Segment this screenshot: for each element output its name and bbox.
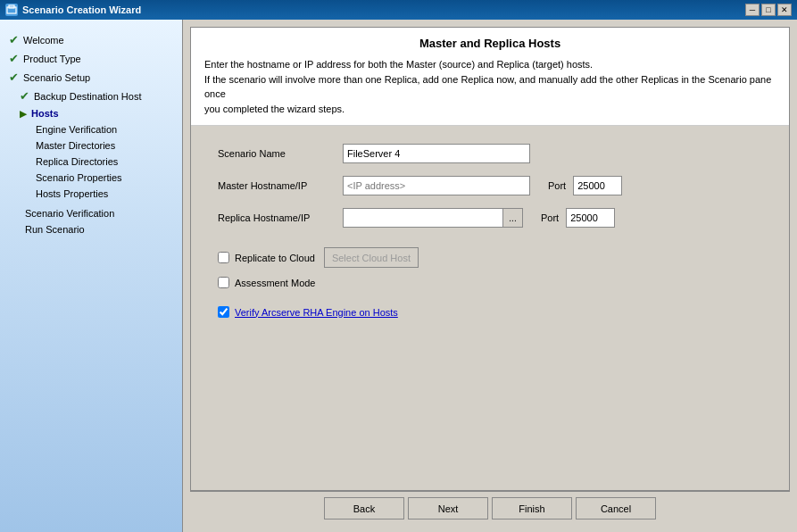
master-port-group: Port — [548, 176, 622, 195]
panel-description: Enter the hostname or IP address for bot… — [204, 57, 776, 116]
select-cloud-host-button[interactable]: Select Cloud Host — [324, 247, 419, 268]
sidebar-label-hosts: Hosts — [31, 108, 59, 119]
close-button[interactable]: ✕ — [777, 4, 792, 16]
sidebar-item-replica-directories[interactable]: Replica Directories — [0, 154, 182, 170]
panel-header: Master and Replica Hosts Enter the hostn… — [191, 28, 789, 126]
replicate-cloud-checkbox[interactable] — [218, 252, 229, 263]
window-icon — [5, 4, 18, 16]
scenario-name-input[interactable] — [343, 144, 530, 163]
sidebar-item-hosts[interactable]: ▶ Hosts — [0, 105, 182, 121]
master-host-row: Master Hostname/IP Port — [218, 176, 762, 195]
sidebar-label-scenario-properties: Scenario Properties — [36, 172, 122, 183]
desc-line2: If the scenario will involve more than o… — [204, 74, 771, 100]
assessment-mode-row: Assessment Mode — [218, 277, 762, 288]
master-host-label: Master Hostname/IP — [218, 180, 343, 191]
bottom-bar: Back Next Finish Cancel — [190, 491, 790, 525]
sidebar-label-product-type: Product Type — [23, 54, 81, 64]
desc-line1: Enter the hostname or IP address for bot… — [204, 59, 593, 70]
replicate-cloud-label: Replicate to Cloud — [235, 253, 315, 263]
sidebar-label-scenario-setup: Scenario Setup — [23, 72, 90, 83]
replica-port-label: Port — [541, 212, 559, 223]
panel-title: Master and Replica Hosts — [204, 37, 776, 50]
desc-line3: you completed the wizard steps. — [204, 104, 345, 114]
master-port-label: Port — [548, 180, 566, 191]
sidebar-item-welcome[interactable]: ✔ Welcome — [0, 30, 182, 49]
browse-button[interactable]: ... — [503, 208, 523, 228]
sidebar: ✔ Welcome ✔ Product Type ✔ Scenario Setu… — [0, 20, 183, 532]
verify-engine-row: Verify Arcserve RHA Engine on Hosts — [218, 306, 762, 318]
sidebar-item-scenario-setup[interactable]: ✔ Scenario Setup — [0, 68, 182, 87]
scenario-name-row: Scenario Name — [218, 144, 762, 163]
sidebar-label-welcome: Welcome — [23, 35, 64, 46]
verify-engine-label[interactable]: Verify Arcserve RHA Engine on Hosts — [235, 307, 398, 318]
replicate-cloud-row: Replicate to Cloud Select Cloud Host — [218, 247, 762, 268]
back-button[interactable]: Back — [324, 497, 404, 520]
check-icon-scenario-setup: ✔ — [9, 71, 19, 84]
sidebar-label-replica-directories: Replica Directories — [36, 156, 118, 167]
sidebar-section: ✔ Welcome ✔ Product Type ✔ Scenario Setu… — [0, 30, 182, 237]
sidebar-label-run-scenario: Run Scenario — [25, 224, 85, 235]
replica-host-input[interactable] — [343, 208, 503, 228]
assessment-mode-label: Assessment Mode — [235, 278, 315, 288]
sidebar-item-engine-verification[interactable]: Engine Verification — [0, 121, 182, 137]
window-title: Scenario Creation Wizard — [22, 4, 141, 15]
scenario-name-label: Scenario Name — [218, 148, 343, 159]
sidebar-label-hosts-properties: Hosts Properties — [36, 188, 108, 199]
minimize-button[interactable]: ─ — [745, 4, 760, 16]
sidebar-label-engine-verification: Engine Verification — [36, 124, 117, 135]
title-bar: Scenario Creation Wizard ─ □ ✕ — [0, 0, 797, 20]
replica-port-group: Port — [541, 208, 615, 228]
sidebar-label-backup-destination: Backup Destination Host — [34, 91, 141, 102]
sidebar-item-master-directories[interactable]: Master Directories — [0, 137, 182, 154]
finish-button[interactable]: Finish — [492, 497, 572, 520]
replica-port-input[interactable] — [566, 208, 615, 228]
content-area: Master and Replica Hosts Enter the hostn… — [183, 20, 797, 532]
window-body: ✔ Welcome ✔ Product Type ✔ Scenario Setu… — [0, 20, 797, 532]
sidebar-item-hosts-properties[interactable]: Hosts Properties — [0, 186, 182, 202]
assessment-mode-checkbox[interactable] — [218, 277, 229, 288]
window-controls: ─ □ ✕ — [745, 4, 792, 16]
main-panel: Master and Replica Hosts Enter the hostn… — [190, 27, 790, 491]
replica-host-row: Replica Hostname/IP ... Port — [218, 208, 762, 228]
sidebar-label-scenario-verification: Scenario Verification — [25, 208, 114, 219]
check-icon-product: ✔ — [9, 52, 19, 65]
check-icon-backup: ✔ — [20, 89, 29, 103]
replica-host-label: Replica Hostname/IP — [218, 212, 343, 223]
cancel-button[interactable]: Cancel — [576, 497, 656, 520]
sidebar-item-backup-destination[interactable]: ✔ Backup Destination Host — [0, 87, 182, 105]
restore-button[interactable]: □ — [761, 4, 776, 16]
master-port-input[interactable] — [573, 176, 622, 195]
check-icon: ✔ — [9, 33, 19, 46]
arrow-icon-hosts: ▶ — [20, 109, 27, 119]
next-button[interactable]: Next — [408, 497, 488, 520]
verify-engine-checkbox[interactable] — [218, 306, 229, 318]
sidebar-item-scenario-verification[interactable]: Scenario Verification — [0, 205, 182, 221]
panel-body: Scenario Name Master Hostname/IP Port Re… — [191, 126, 789, 490]
sidebar-item-product-type[interactable]: ✔ Product Type — [0, 49, 182, 68]
master-host-input[interactable] — [343, 176, 530, 195]
sidebar-item-run-scenario[interactable]: Run Scenario — [0, 221, 182, 237]
sidebar-label-master-directories: Master Directories — [36, 140, 115, 151]
sidebar-item-scenario-properties[interactable]: Scenario Properties — [0, 170, 182, 186]
